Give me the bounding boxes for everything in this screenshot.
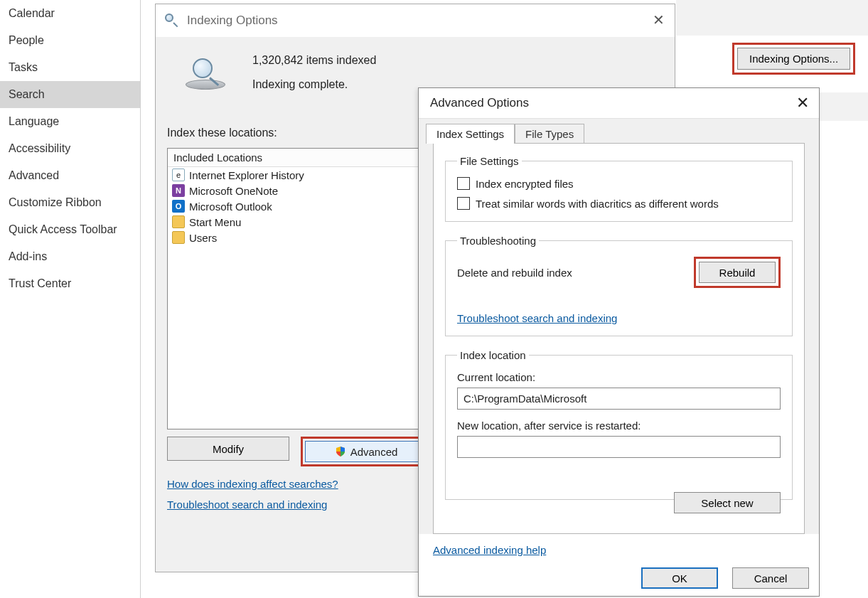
new-location-label: New location, after service is restarted… bbox=[457, 420, 781, 432]
options-sidebar: Calendar People Tasks Search Language Ac… bbox=[0, 0, 141, 598]
list-item-label: Users bbox=[189, 232, 217, 244]
diacritics-checkbox[interactable] bbox=[457, 197, 470, 210]
close-icon[interactable]: ✕ bbox=[653, 11, 665, 28]
sidebar-item-tasks[interactable]: Tasks bbox=[0, 54, 140, 81]
current-location-label: Current location: bbox=[457, 371, 781, 383]
ok-button[interactable]: OK bbox=[641, 567, 718, 589]
new-location-field[interactable] bbox=[457, 436, 781, 458]
cancel-button[interactable]: Cancel bbox=[732, 567, 809, 589]
advanced-button-highlight: Advanced bbox=[301, 437, 432, 466]
indexing-options-title: Indexing Options bbox=[187, 14, 278, 28]
select-new-button[interactable]: Select new bbox=[674, 492, 781, 513]
options-page-strip bbox=[676, 0, 868, 36]
folder-icon bbox=[172, 215, 185, 228]
sidebar-item-add-ins[interactable]: Add-ins bbox=[0, 243, 140, 270]
index-location-group: Index location Current location: New loc… bbox=[445, 349, 793, 500]
sidebar-item-advanced[interactable]: Advanced bbox=[0, 162, 140, 189]
ie-icon: e bbox=[172, 169, 185, 181]
tab-index-settings[interactable]: Index Settings bbox=[426, 124, 515, 144]
advanced-button-label: Advanced bbox=[350, 446, 398, 458]
outlook-icon: O bbox=[172, 200, 185, 213]
delete-rebuild-label: Delete and rebuild index bbox=[457, 267, 572, 279]
advanced-tabs: Index Settings File Types bbox=[426, 124, 812, 144]
modify-button[interactable]: Modify bbox=[167, 437, 289, 461]
advanced-options-titlebar: Advanced Options ✕ bbox=[419, 88, 819, 119]
folder-icon bbox=[172, 231, 185, 244]
advanced-options-title: Advanced Options bbox=[430, 96, 529, 110]
index-encrypted-checkbox[interactable] bbox=[457, 177, 470, 190]
onenote-icon: N bbox=[172, 184, 185, 197]
indexing-status-text: Indexing complete. bbox=[252, 78, 376, 91]
file-settings-legend: File Settings bbox=[457, 155, 522, 167]
sidebar-item-quick-access-toolbar[interactable]: Quick Access Toolbar bbox=[0, 216, 140, 243]
advanced-indexing-help-link[interactable]: Advanced indexing help bbox=[433, 544, 546, 556]
sidebar-item-people[interactable]: People bbox=[0, 27, 140, 54]
index-encrypted-label: Index encrypted files bbox=[476, 178, 574, 190]
troubleshooting-group: Troubleshooting Delete and rebuild index… bbox=[445, 235, 793, 336]
close-icon[interactable]: ✕ bbox=[796, 94, 809, 112]
indexing-options-highlight: Indexing Options... bbox=[732, 43, 855, 75]
sidebar-item-trust-center[interactable]: Trust Center bbox=[0, 270, 140, 297]
rebuild-button-highlight: Rebuild bbox=[694, 257, 781, 288]
index-settings-page: File Settings Index encrypted files Trea… bbox=[433, 143, 805, 534]
troubleshooting-legend: Troubleshooting bbox=[457, 235, 539, 247]
file-settings-group: File Settings Index encrypted files Trea… bbox=[445, 155, 793, 222]
sidebar-item-customize-ribbon[interactable]: Customize Ribbon bbox=[0, 189, 140, 216]
advanced-button[interactable]: Advanced bbox=[305, 441, 427, 462]
indexed-count-text: 1,320,842 items indexed bbox=[252, 54, 376, 67]
indexing-options-button[interactable]: Indexing Options... bbox=[737, 48, 850, 70]
sidebar-item-accessibility[interactable]: Accessibility bbox=[0, 135, 140, 162]
rebuild-button[interactable]: Rebuild bbox=[699, 262, 776, 283]
tab-file-types[interactable]: File Types bbox=[515, 124, 584, 144]
diacritics-label: Treat similar words with diacritics as d… bbox=[476, 198, 719, 210]
sidebar-item-language[interactable]: Language bbox=[0, 108, 140, 135]
sidebar-item-search[interactable]: Search bbox=[0, 81, 140, 108]
advanced-options-dialog: Advanced Options ✕ Index Settings File T… bbox=[418, 87, 820, 597]
uac-shield-icon bbox=[335, 446, 346, 457]
list-item-label: Start Menu bbox=[189, 216, 241, 228]
index-location-legend: Index location bbox=[457, 349, 529, 361]
list-item-label: Microsoft OneNote bbox=[189, 185, 278, 197]
list-item-label: Internet Explorer History bbox=[189, 169, 304, 181]
indexing-status-icon bbox=[183, 57, 232, 92]
sidebar-item-calendar[interactable]: Calendar bbox=[0, 0, 140, 27]
indexing-options-titlebar: Indexing Options ✕ bbox=[156, 4, 675, 37]
magnifier-icon bbox=[164, 13, 180, 28]
current-location-field bbox=[457, 388, 781, 410]
adv-troubleshoot-link[interactable]: Troubleshoot search and indexing bbox=[457, 312, 617, 324]
list-item-label: Microsoft Outlook bbox=[189, 201, 272, 213]
